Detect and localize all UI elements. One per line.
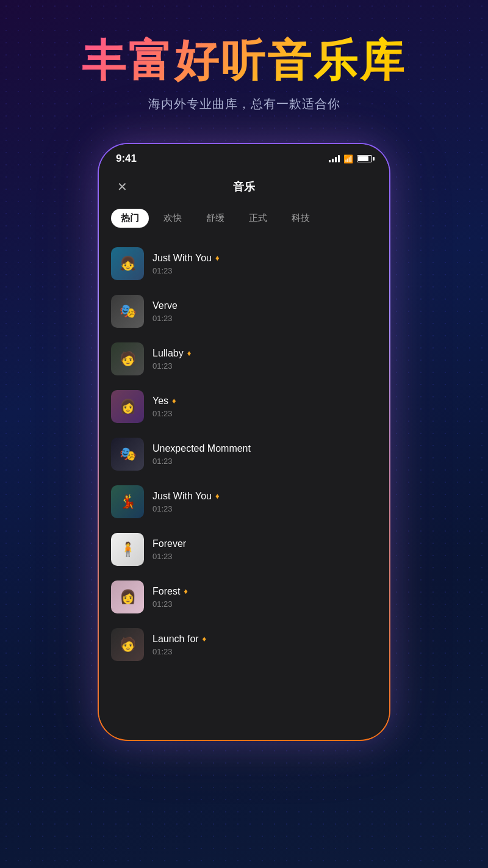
music-duration-4: 01:23	[152, 457, 377, 466]
close-button[interactable]: ✕	[113, 178, 131, 195]
main-title: 丰富好听音乐库	[0, 37, 488, 85]
vip-badge-5: ♦	[215, 491, 220, 501]
status-icons: 📶	[329, 154, 372, 164]
music-info-7: Forest♦01:23	[152, 586, 377, 609]
music-duration-5: 01:23	[152, 504, 377, 513]
music-info-6: Forever01:23	[152, 538, 377, 561]
tab-热门[interactable]: 热门	[111, 209, 149, 228]
music-title-0: Just With You	[152, 253, 212, 264]
music-item-8[interactable]: 🧑Launch for♦01:23	[99, 621, 389, 668]
album-art-2: 🧑	[111, 342, 144, 375]
album-art-6: 🧍	[111, 533, 144, 566]
music-info-1: Verve01:23	[152, 300, 377, 323]
music-info-4: Unexpected Momment01:23	[152, 443, 377, 466]
vip-badge-8: ♦	[203, 634, 207, 643]
battery-icon	[357, 155, 372, 162]
album-art-0: 👧	[111, 247, 144, 280]
tab-正式[interactable]: 正式	[239, 209, 277, 228]
tab-舒缓[interactable]: 舒缓	[196, 209, 234, 228]
music-duration-1: 01:23	[152, 314, 377, 323]
music-duration-6: 01:23	[152, 552, 377, 561]
album-art-5: 💃	[111, 485, 144, 518]
music-title-6: Forever	[152, 538, 186, 549]
app-content: ✕ 音乐 热门欢快舒缓正式科技 👧Just With You♦01:23🎭Ver…	[99, 170, 389, 739]
music-item-6[interactable]: 🧍Forever01:23	[99, 526, 389, 573]
wifi-icon: 📶	[343, 154, 353, 164]
vip-badge-0: ♦	[215, 253, 220, 262]
status-time: 9:41	[116, 153, 137, 165]
music-duration-3: 01:23	[152, 409, 377, 418]
subtitle: 海内外专业曲库，总有一款适合你	[0, 96, 488, 112]
music-title-7: Forest	[152, 586, 180, 597]
album-art-8: 🧑	[111, 628, 144, 661]
music-item-5[interactable]: 💃Just With You♦01:23	[99, 478, 389, 526]
music-info-0: Just With You♦01:23	[152, 253, 377, 275]
music-title-4: Unexpected Momment	[152, 443, 251, 454]
music-item-4[interactable]: 🎭Unexpected Momment01:23	[99, 430, 389, 478]
category-tabs: 热门欢快舒缓正式科技	[99, 204, 389, 237]
album-art-3: 👩	[111, 390, 144, 423]
music-item-2[interactable]: 🧑Lullaby♦01:23	[99, 335, 389, 383]
close-icon: ✕	[117, 179, 127, 194]
music-title-1: Verve	[152, 300, 178, 311]
music-info-8: Launch for♦01:23	[152, 634, 377, 656]
tab-科技[interactable]: 科技	[282, 209, 320, 228]
album-art-1: 🎭	[111, 295, 144, 328]
music-item-7[interactable]: 👩Forest♦01:23	[99, 573, 389, 621]
header-section: 丰富好听音乐库 海内外专业曲库，总有一款适合你	[0, 0, 488, 131]
music-info-5: Just With You♦01:23	[152, 491, 377, 513]
vip-badge-2: ♦	[187, 349, 192, 358]
music-info-2: Lullaby♦01:23	[152, 348, 377, 371]
music-duration-8: 01:23	[152, 647, 377, 656]
album-art-7: 👩	[111, 580, 144, 613]
music-list: 👧Just With You♦01:23🎭Verve01:23🧑Lullaby♦…	[99, 237, 389, 727]
signal-icon	[329, 155, 340, 162]
music-item-1[interactable]: 🎭Verve01:23	[99, 288, 389, 335]
music-title-5: Just With You	[152, 491, 212, 502]
music-title-8: Launch for	[152, 634, 199, 645]
music-item-3[interactable]: 👩Yes♦01:23	[99, 383, 389, 430]
vip-badge-7: ♦	[184, 587, 188, 596]
music-duration-0: 01:23	[152, 266, 377, 275]
music-duration-2: 01:23	[152, 361, 377, 371]
page-wrapper: 丰富好听音乐库 海内外专业曲库，总有一款适合你 9:41 📶	[0, 0, 488, 868]
music-title-3: Yes	[152, 396, 168, 407]
tab-欢快[interactable]: 欢快	[154, 209, 192, 228]
phone-wrapper: 9:41 📶	[98, 143, 390, 741]
album-art-4: 🎭	[111, 438, 144, 471]
status-bar: 9:41 📶	[99, 144, 389, 170]
music-duration-7: 01:23	[152, 599, 377, 609]
toolbar: ✕ 音乐	[99, 170, 389, 204]
toolbar-title: 音乐	[233, 179, 255, 194]
vip-badge-3: ♦	[172, 396, 176, 405]
music-title-2: Lullaby	[152, 348, 184, 359]
phone-frame: 9:41 📶	[98, 143, 390, 741]
music-info-3: Yes♦01:23	[152, 396, 377, 418]
music-item-0[interactable]: 👧Just With You♦01:23	[99, 240, 389, 288]
